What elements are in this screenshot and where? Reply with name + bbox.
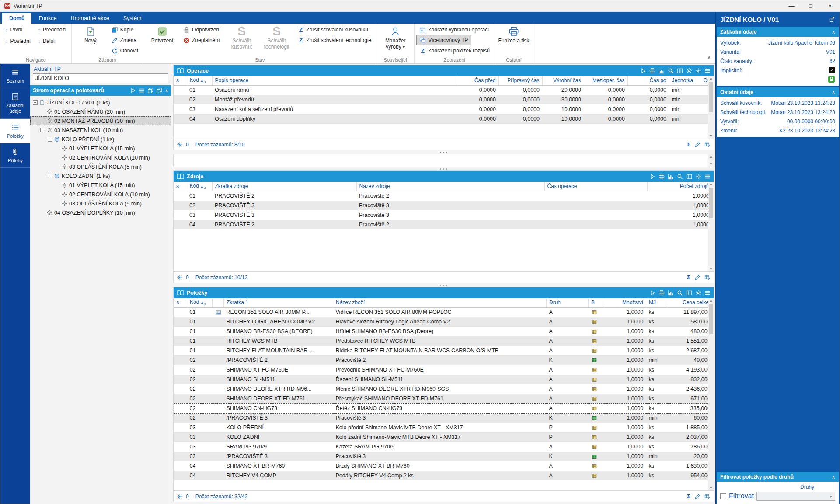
sum-icon[interactable]: Σ — [687, 493, 690, 500]
last-button[interactable]: ↓Poslední — [2, 36, 34, 46]
vertical-scrollbar[interactable] — [708, 76, 714, 139]
column-header-cas_pred[interactable]: Čas před — [457, 76, 498, 85]
chart-icon[interactable] — [659, 68, 665, 74]
table-row[interactable]: 03SRAM PG 970/9Kazeta SRAM PG 970/9A1,00… — [174, 442, 708, 452]
tree-expander-icon[interactable]: − — [48, 137, 52, 142]
show-breakdown-items-button[interactable]: ZZobrazení položek rozpisů — [416, 45, 493, 56]
tree-node[interactable]: 03 OPLÁŠTĚNÍ KOLA (5 min) — [30, 199, 171, 208]
search-icon[interactable] — [677, 290, 683, 296]
multilevel-tp-toggle[interactable]: Víceúrovňový TP — [416, 35, 471, 45]
refresh-button[interactable]: Obnovit — [108, 45, 141, 56]
tree-expander-icon[interactable]: − — [33, 100, 38, 105]
column-header-pripravny_cas[interactable]: Přípravný čas — [498, 76, 542, 85]
tree-expander-icon[interactable]: − — [40, 128, 45, 132]
menu-icon[interactable] — [139, 87, 145, 94]
tree-node[interactable]: 02 CENTROVÁNÍ KOLA (10 min) — [30, 153, 171, 162]
gear-icon[interactable] — [695, 174, 701, 180]
table-row[interactable]: 04RITCHEY V4 COMPPedály RITCHEY V4 Comp … — [174, 471, 708, 480]
tree-node[interactable]: 02 CENTROVÁNÍ KOLA (10 min) — [30, 190, 171, 199]
tab-hromadne-akce[interactable]: Hromadné akce — [63, 13, 116, 24]
sidebar-item-seznam[interactable]: Seznam — [0, 64, 30, 88]
column-header-nazev[interactable]: Název zboží — [333, 298, 547, 307]
column-header-s[interactable]: s — [174, 298, 187, 307]
column-header-cas_operace[interactable]: Čas operace — [544, 182, 647, 191]
expand-all-icon[interactable] — [147, 87, 153, 94]
gear-icon[interactable] — [695, 290, 701, 296]
grid-edit-icon[interactable] — [704, 494, 711, 500]
section-header-filtr[interactable]: Filtrovat položky podle druhů ∧ — [717, 472, 839, 482]
table-row[interactable]: 01SHIMANO BB-ES30 BSA (DEORE)Hřídel SHIM… — [174, 327, 708, 336]
menu-icon[interactable] — [704, 174, 711, 180]
play-icon[interactable] — [649, 290, 655, 296]
edit-icon[interactable] — [694, 494, 701, 500]
revoke-technology-approval-button[interactable]: ZZrušit schválení technologie — [294, 35, 374, 45]
menu-icon[interactable] — [704, 68, 711, 74]
table-row[interactable]: 04Osazení doplňky0,00000,000010,00000,00… — [174, 114, 708, 124]
table-row[interactable]: 02Montáž převodů0,00000,000030,00000,000… — [174, 95, 708, 104]
current-tp-input[interactable] — [33, 73, 168, 83]
chart-icon[interactable] — [668, 290, 674, 296]
column-header-pocet[interactable]: Počet zdrojů — [647, 182, 708, 191]
functions-and-print-button[interactable]: Funkce a tisk — [497, 24, 531, 45]
tree-node[interactable]: 03 OPLÁŠTĚNÍ KOLA (5 min) — [30, 162, 171, 171]
table-row[interactable]: 02SHIMANO DEORE XT FD-M761Přesmykač SHIM… — [174, 394, 708, 403]
druhy-select[interactable] — [756, 492, 835, 501]
new-button[interactable]: Nový — [73, 24, 108, 45]
tree-node[interactable]: −03 NASAZENÍ KOL (10 min) — [30, 125, 171, 135]
snowflake-icon[interactable] — [177, 494, 183, 500]
splitter[interactable] — [173, 167, 714, 170]
collapse-all-icon[interactable] — [156, 87, 162, 94]
column-header-b[interactable]: B — [589, 298, 604, 307]
columns-icon[interactable] — [686, 290, 692, 296]
previous-button[interactable]: ↑Předchozí — [35, 24, 70, 35]
column-header-vyrobni_cas[interactable]: Výrobní čas — [542, 76, 584, 85]
close-button[interactable]: × — [820, 0, 840, 11]
implicitni-checkbox[interactable]: ✓ — [829, 67, 835, 73]
column-header-kod[interactable]: Kód▲3 — [187, 182, 212, 191]
table-row[interactable]: 03/PRACOVIŠTĚ 3Pracoviště 3K1,0000min20,… — [174, 452, 708, 461]
table-row[interactable]: 01RECON 351 SOLO AIR 80MM P...Vidlice RE… — [174, 307, 708, 317]
column-header-kod[interactable]: Kód▲3 — [187, 76, 212, 85]
minimize-button[interactable]: — — [782, 0, 801, 11]
table-row[interactable]: 03PRACOVIŠTĚ 3Pracoviště 31,0000 — [174, 210, 708, 220]
tab-domu[interactable]: Domů — [2, 13, 31, 24]
table-row[interactable]: 02/PRACOVIŠTĚ 3Pracoviště 3K1,0000min60,… — [174, 413, 708, 423]
sidebar-item-polozky[interactable]: Položky — [0, 119, 30, 143]
tree-node[interactable]: 02 MONTÁŽ PŘEVODŮ (30 min) — [30, 116, 171, 125]
table-row[interactable]: 02/PRACOVIŠTĚ 2Pracoviště 2K1,0000min40,… — [174, 355, 708, 365]
show-selected-operation-button[interactable]: Zobrazit vybranou operaci — [416, 24, 492, 35]
columns-icon[interactable] — [677, 68, 683, 74]
revoke-bom-approval-button[interactable]: ZZrušit schválení kusovníku — [294, 24, 371, 35]
search-icon[interactable] — [668, 68, 674, 74]
tree-node[interactable]: 01 OSAZENÍ RÁMU (20 min) — [30, 107, 171, 116]
column-header-jednotka[interactable]: Jednotka — [669, 76, 701, 85]
table-row[interactable]: 02SHIMANO CN-HG73Řetěz SHIMANO CN-HG73A1… — [174, 403, 708, 413]
table-row[interactable]: 02SHIMANO XT FC-M760EPřevodník SHIMANO X… — [174, 365, 708, 375]
print-icon[interactable] — [659, 174, 665, 180]
column-header-s[interactable]: s — [174, 76, 187, 85]
sum-icon[interactable]: Σ — [687, 274, 690, 281]
approve-technology-button[interactable]: SSchválit technologii — [259, 24, 293, 52]
sum-icon[interactable]: Σ — [687, 141, 690, 148]
table-row[interactable]: 02PRACOVIŠTĚ 3Pracoviště 31,0000 — [174, 201, 708, 210]
table-row[interactable]: 01RITCHEY FLAT MOUNTAIN BAR ...Řidítka R… — [174, 346, 708, 355]
sidebar-item-zakladni-udaje[interactable]: Základní údaje — [0, 88, 30, 118]
column-header-s[interactable]: s — [174, 182, 187, 191]
splitter[interactable] — [173, 283, 714, 287]
change-button[interactable]: Změna — [108, 35, 139, 45]
column-header-mnozstvi[interactable]: Množství — [604, 298, 646, 307]
table-row[interactable]: 01RITCHEY WCS MTBPředstavec RITCHEY WCS … — [174, 336, 708, 346]
table-row[interactable]: 02SHIMANO DEORE XTR RD-M96...Měnič SHIMA… — [174, 384, 708, 394]
confirm-button[interactable]: Potvrzení — [145, 24, 179, 45]
popout-icon[interactable] — [829, 16, 835, 23]
section-header-zakladni-udaje[interactable]: Základní údaje ∧ — [717, 27, 839, 37]
column-header-cas_po[interactable]: Čas po — [627, 76, 669, 85]
play-icon[interactable] — [640, 68, 646, 74]
vertical-scrollbar[interactable] — [708, 182, 714, 271]
snowflake-icon[interactable] — [177, 142, 183, 148]
splitter[interactable] — [173, 150, 714, 154]
tree-node[interactable]: −KOLO ZADNÍ (1 ks) — [30, 171, 171, 181]
next-button[interactable]: ↓Další — [35, 36, 70, 46]
table-row[interactable]: 03KOLO PŘEDNÍKolo přední Shimano-Mavic M… — [174, 423, 708, 432]
edit-icon[interactable] — [694, 275, 701, 281]
